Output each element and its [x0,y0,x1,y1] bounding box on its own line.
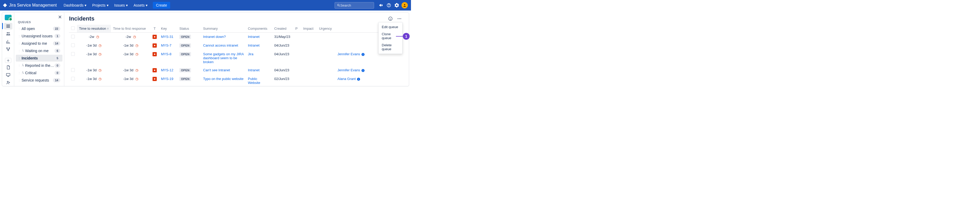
svg-point-9 [8,32,10,34]
queue-item[interactable]: ⋮⋮└Waiting on me6 [16,48,62,54]
subtree-icon: └ [22,71,24,75]
rail-monitor[interactable] [4,72,13,78]
summary-link[interactable]: Some gadgets on my JIRA dashboard seem t… [203,52,244,64]
queue-count-badge: 22 [53,27,60,31]
queue-item[interactable]: ⋮⋮Service requests14 [16,77,62,84]
issue-key-link[interactable]: MYS-7 [161,43,172,48]
drag-handle-icon: ⋮⋮ [18,57,21,60]
content-panel: ✕ QUEUES ⋮⋮All open22⋮⋮Unassigned issues… [2,13,409,86]
svg-point-12 [8,50,8,51]
col-priority[interactable]: P [293,25,301,33]
created-date: 31/May/23 [272,33,293,41]
info-icon[interactable] [387,16,394,22]
create-button[interactable]: Create [153,2,170,9]
menu-label: Issues [115,3,125,7]
col-time-to-first[interactable]: Time to first response [111,25,150,33]
info-icon[interactable] [361,52,365,56]
search-box[interactable] [334,2,374,9]
rail-tree[interactable] [4,46,13,52]
queue-item[interactable]: ⋮⋮└Reported in the l...0 [16,62,62,69]
megaphone-icon[interactable] [377,2,385,9]
created-date: 04/Jun/23 [272,50,293,66]
component-link[interactable]: Jira [248,52,253,56]
col-type[interactable]: T [150,25,159,33]
col-created[interactable]: Created [272,25,293,33]
rail-add[interactable] [5,58,11,63]
row-checkbox[interactable] [71,35,75,38]
product-logo[interactable]: Jira Service Management [3,3,57,8]
project-icon[interactable] [5,15,11,20]
help-icon[interactable] [385,2,393,9]
menu-delete-queue[interactable]: Delete queue [379,41,402,52]
menu-dashboards[interactable]: Dashboards▾ [61,2,89,9]
rail-customers[interactable] [4,30,13,37]
component-link[interactable]: Intranet [248,35,259,39]
close-sidebar[interactable]: ✕ [58,14,62,20]
svg-point-14 [7,81,8,82]
time-to-first-response: -2w ◷ [111,33,150,41]
col-urgency[interactable]: Urgency [317,25,336,33]
col-time-to-resolution[interactable]: Time to resolution ↑ [77,25,111,33]
queue-item[interactable]: ⋮⋮└Critical0 [16,70,62,76]
assignee-link[interactable]: Alana Grant [337,77,356,81]
queue-item[interactable]: ⋮⋮Incidents5 [16,55,62,62]
assignee-link[interactable]: Jennifer Evans [337,68,360,72]
search-input[interactable] [340,3,372,7]
menu-projects[interactable]: Projects▾ [90,2,111,9]
queue-label: Assigned to me [22,41,53,46]
issue-key-link[interactable]: MYS-31 [161,35,173,39]
queue-label: Unassigned issues [22,34,54,38]
issue-key-link[interactable]: MYS-19 [161,77,173,81]
svg-rect-5 [6,25,10,25]
time-to-resolution: -1w 3d ◷ [77,66,111,75]
assignee-link[interactable]: Jennifer Evans [337,52,360,56]
col-impact[interactable]: Impact [301,25,317,33]
queue-item[interactable]: ⋮⋮Assigned to me14 [16,40,62,47]
row-checkbox[interactable] [71,52,75,56]
component-link[interactable]: Intranet [248,43,259,48]
menu-edit-queue[interactable]: Edit queue [379,24,402,30]
queue-item[interactable]: ⋮⋮Unassigned issues1 [16,33,62,40]
info-icon[interactable] [357,77,360,81]
menu-assets[interactable]: Assets▾ [132,2,150,9]
summary-link[interactable]: Typo on the public website [203,77,243,81]
rail-reports[interactable] [4,38,13,45]
menu-label: Dashboards [64,3,84,7]
rail-doc[interactable] [4,64,13,70]
svg-point-19 [154,36,155,38]
chevron-down-icon: ▾ [84,3,86,7]
col-components[interactable]: Components [246,25,272,33]
drag-handle-icon: ⋮⋮ [18,27,21,30]
row-checkbox[interactable] [71,43,75,47]
more-icon[interactable] [396,16,402,22]
component-link[interactable]: Public Website [248,77,260,85]
svg-point-32 [358,78,359,79]
avatar[interactable] [401,2,408,9]
row-checkbox[interactable] [71,77,75,81]
sort-up-icon: ↑ [107,27,109,30]
issue-key-link[interactable]: MYS-12 [161,68,173,72]
queue-item[interactable]: ⋮⋮All open22 [16,25,62,32]
menu-issues[interactable]: Issues▾ [112,2,130,9]
rail-invite[interactable] [4,79,13,86]
summary-link[interactable]: Intranet down? [203,35,226,39]
time-to-first-response: -1w 3d ◷ [111,75,150,86]
queue-count-badge: 6 [54,49,60,53]
drag-handle-icon: ⋮⋮ [18,35,21,38]
time-to-resolution: -1w 3d ◷ [77,41,111,50]
info-icon[interactable] [361,69,365,72]
svg-point-16 [398,18,398,19]
col-key[interactable]: Key [159,25,177,33]
time-to-resolution: -1w 3d ◷ [77,75,111,86]
component-link[interactable]: Intranet [248,68,259,72]
issue-key-link[interactable]: MYS-8 [161,52,172,56]
col-summary[interactable]: Summary [201,25,246,33]
rail-queues[interactable] [4,23,13,30]
gear-icon[interactable] [393,2,401,9]
col-status[interactable]: Status [177,25,201,33]
row-checkbox[interactable] [71,68,75,72]
summary-link[interactable]: Cannot access intranet [203,43,238,48]
queues-heading: QUEUES [16,15,62,25]
summary-link[interactable]: Can't see Intranet [203,68,230,72]
select-all-checkbox[interactable] [71,26,75,30]
